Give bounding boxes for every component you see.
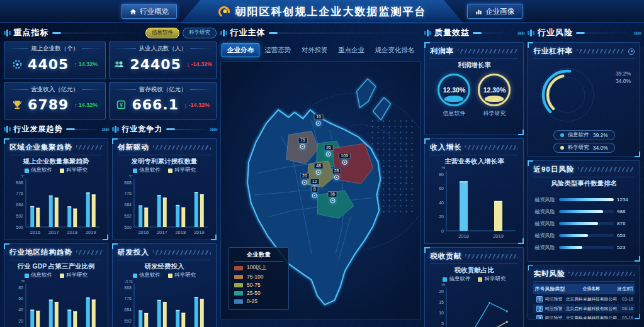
tab-key-enterprises[interactable]: 重点企业 bbox=[333, 44, 370, 57]
chart-title: 主营业务收入增长率 bbox=[430, 157, 518, 166]
stat-value: 666.1 bbox=[132, 97, 179, 113]
stat-value: 4405 bbox=[28, 57, 69, 72]
hatch-decoration bbox=[577, 49, 624, 53]
hatch-decoration bbox=[465, 145, 518, 150]
pin-icon bbox=[316, 121, 321, 126]
risk-bar-row[interactable]: 融资风险523 bbox=[534, 244, 633, 251]
up-arrow-icon: ↑ bbox=[74, 60, 77, 68]
stat-card-enterprises[interactable]: 规上企业数（个） 4405 ↑14.32% bbox=[4, 42, 106, 79]
svg-text:500: 500 bbox=[16, 225, 23, 230]
chart-legend: 信息软件 科学研究 bbox=[9, 272, 103, 279]
nav-right-label: 企业画像 bbox=[485, 7, 514, 16]
card-profit-rate: 利润率 利润增长率 12.30% 信息软件 12.30% 科学研究 bbox=[424, 42, 524, 135]
stat-card-tax[interactable]: 留存税收（亿元） ¥ 666.1 ↓-14.32% bbox=[109, 82, 217, 120]
chart-title: 税收贡献占比 bbox=[430, 266, 518, 275]
legend-swatch bbox=[234, 283, 243, 287]
svg-text:60: 60 bbox=[18, 296, 23, 301]
info-icon[interactable] bbox=[628, 48, 635, 55]
page-title: 朝阳区科创规上企业大数据监测平台 bbox=[218, 4, 427, 19]
section-bars-icon bbox=[424, 30, 431, 36]
legend-item: 75-100 bbox=[234, 274, 283, 280]
legend-pill: 信息软件39.2% bbox=[553, 130, 615, 140]
card-title: 收入增长 bbox=[430, 143, 461, 152]
card-title: 利润率 bbox=[430, 47, 454, 56]
chart-title: 规上企业数量集聚趋势 bbox=[9, 157, 103, 166]
map-marker[interactable]: 20 bbox=[300, 173, 309, 185]
svg-text:%: % bbox=[21, 280, 25, 283]
leverage-donut-chart bbox=[534, 61, 604, 130]
risk-bar-row[interactable]: 融资风险653 bbox=[534, 232, 633, 239]
industry-trend-section: 行业发展趋势 »»» 区域企业集聚趋势 规上企业数量集聚趋势 信息软件 科学研究… bbox=[4, 123, 108, 319]
svg-text:60: 60 bbox=[439, 186, 444, 191]
risk-section: 行业风险 »»» 行业杠杆率 39.2% 34.0% 信息软件39.2% 科学研… bbox=[528, 26, 640, 319]
table-row[interactable]: 2司法预警北京启科卓越科技有限公司03-16 bbox=[533, 304, 635, 313]
key-metrics-header: 重点指标 信息软件 科学研究 bbox=[4, 26, 217, 39]
up-arrow-icon: ↑ bbox=[74, 101, 77, 109]
stat-card-revenue[interactable]: 营业收入（亿元） 6789 ↑14.32% bbox=[4, 82, 106, 120]
nav-enterprise-profile-button[interactable]: 企业画像 bbox=[467, 4, 523, 19]
stat-value: 24405 bbox=[130, 57, 181, 72]
map-marker[interactable]: 26 bbox=[324, 145, 333, 157]
nav-industry-overview-button[interactable]: 行业概览 bbox=[121, 4, 177, 19]
card-title: 创新驱动 bbox=[118, 143, 149, 152]
down-arrow-icon: ↓ bbox=[186, 60, 190, 68]
more-arrow[interactable]: »»» bbox=[101, 126, 108, 133]
tab-change-ranking[interactable]: 规企变化排名 bbox=[370, 44, 419, 57]
table-row[interactable]: 1司法预警北京启科卓越科技有限公司03-16 bbox=[533, 294, 635, 304]
map-marker[interactable]: 105 bbox=[339, 153, 351, 165]
map-marker[interactable]: 48 bbox=[314, 163, 324, 175]
stat-label: 营业收入（亿元） bbox=[31, 86, 79, 94]
map-marker[interactable]: 75 bbox=[298, 137, 307, 149]
more-arrow[interactable]: »»» bbox=[633, 30, 640, 36]
legend-swatch bbox=[133, 274, 137, 278]
card-leverage-rate: 行业杠杆率 39.2% 34.0% 信息软件39.2% 科学研究34.0% bbox=[528, 42, 640, 157]
risk-bar-row[interactable]: 融资风险988 bbox=[534, 208, 633, 215]
metric-filters: 信息软件 科学研究 bbox=[145, 28, 217, 38]
stat-delta: ↓-14.32% bbox=[186, 60, 212, 68]
legend-swatch bbox=[234, 291, 243, 296]
district-map[interactable]: 15752610548282012836 企业数量 100以上 75-100 5… bbox=[220, 61, 421, 319]
key-metrics-section: 重点指标 信息软件 科学研究 规上企业数（个） 4405 ↑14.32% bbox=[4, 26, 217, 119]
svg-text:500: 500 bbox=[124, 225, 132, 230]
svg-text:80: 80 bbox=[439, 172, 444, 177]
svg-text:2019: 2019 bbox=[494, 233, 504, 239]
risk-bar-row[interactable]: 融资风险876 bbox=[534, 220, 633, 227]
pin-icon bbox=[300, 144, 305, 149]
home-icon bbox=[130, 8, 137, 15]
section-title: 质量效益 bbox=[434, 27, 470, 38]
map-marker[interactable]: 8 bbox=[311, 186, 318, 198]
svg-text:868: 868 bbox=[124, 285, 132, 290]
card-title: 实时风险 bbox=[533, 269, 565, 279]
more-arrow[interactable]: »»» bbox=[517, 30, 524, 36]
more-arrow[interactable]: »»» bbox=[210, 126, 217, 133]
pin-icon bbox=[312, 193, 317, 198]
risk-bar-row[interactable]: 融资风险1234 bbox=[534, 196, 633, 203]
card-tax-contribution: 税收贡献 税收贡献占比 信息软件 科学研究 05101520%201620172… bbox=[424, 247, 524, 327]
legend-swatch bbox=[234, 266, 243, 270]
tab-outbound-investment[interactable]: 对外投资 bbox=[297, 44, 333, 57]
quality-section: 质量效益 »»» 利润率 利润增长率 12.30% 信息软件 12.30% 科学… bbox=[424, 26, 524, 319]
map-marker[interactable]: 28 bbox=[332, 168, 341, 180]
left-column: 重点指标 信息软件 科学研究 规上企业数（个） 4405 ↑14.32% bbox=[4, 26, 217, 319]
svg-text:2019: 2019 bbox=[86, 230, 96, 235]
chart-legend: 信息软件 科学研究 bbox=[9, 167, 103, 174]
platform-logo-icon bbox=[218, 6, 230, 18]
legend-swatch bbox=[60, 169, 64, 173]
chart-title: 风险类型事件数量排名 bbox=[533, 179, 635, 188]
section-bars-icon bbox=[220, 30, 227, 36]
filter-science-research[interactable]: 科学研究 bbox=[183, 28, 217, 38]
dashboard-body: 重点指标 信息软件 科学研究 规上企业数（个） 4405 ↑14.32% bbox=[0, 23, 644, 323]
map-marker[interactable]: 36 bbox=[328, 191, 337, 203]
tab-enterprise-distribution[interactable]: 企业分布 bbox=[222, 43, 259, 57]
svg-text:684: 684 bbox=[124, 202, 132, 207]
table-row[interactable]: 3司法预警北京启科卓越科技有限公司03-16 bbox=[533, 313, 635, 319]
svg-text:2018: 2018 bbox=[67, 230, 77, 235]
map-marker[interactable]: 15 bbox=[314, 114, 324, 126]
tab-operation-status[interactable]: 运营态势 bbox=[259, 44, 296, 57]
svg-text:40: 40 bbox=[439, 201, 444, 205]
stat-value: 6789 bbox=[28, 97, 69, 113]
patent-bar-chart: 500592684776868个2016201720182019 bbox=[118, 175, 211, 236]
legend-swatch bbox=[25, 169, 29, 173]
filter-info-software[interactable]: 信息软件 bbox=[145, 28, 179, 38]
stat-card-employees[interactable]: 从业人员数（人） 24405 ↓-14.32% bbox=[109, 42, 217, 79]
